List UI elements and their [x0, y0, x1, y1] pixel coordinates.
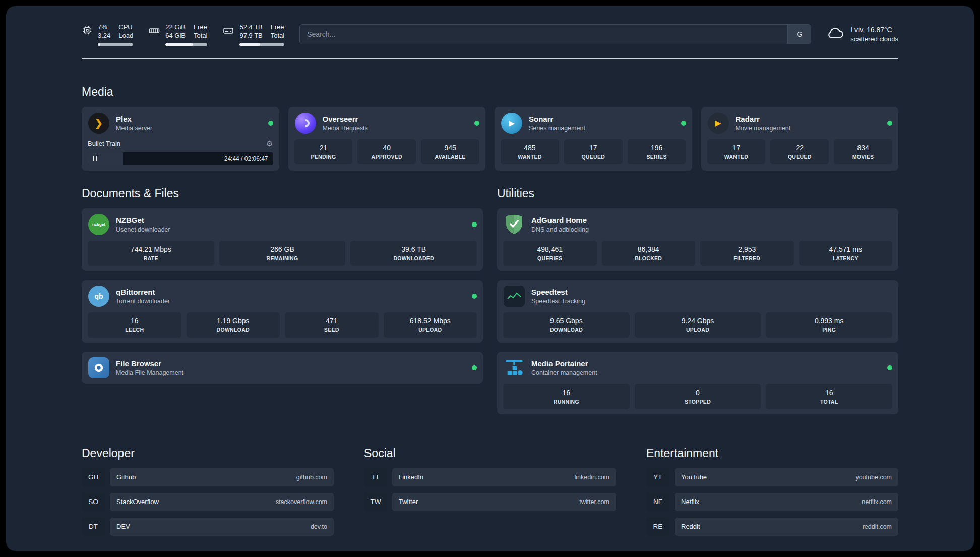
disk-label-total: Total: [271, 32, 284, 40]
ram-icon: [148, 25, 160, 39]
stat-value: 16: [131, 317, 139, 325]
bookmark-abbr: LI: [364, 468, 387, 486]
sonarr-icon: ▶: [501, 112, 523, 134]
card-portainer[interactable]: Media Portainer Container management 16R…: [497, 352, 898, 414]
status-dot-radarr: [887, 121, 892, 126]
stat-value: 498,461: [537, 245, 563, 253]
stat-value: 2,953: [738, 245, 756, 253]
card-nzbget[interactable]: nzbget NZBGet Usenet downloader 744.21 M…: [82, 208, 483, 271]
bookmark-abbr: GH: [82, 468, 105, 486]
bookmark-stackoverflow: SO StackOverflowstackoverflow.com: [82, 493, 334, 511]
stat-value: 17: [589, 144, 597, 152]
bookmarks-social: Social LI LinkedInlinkedin.com TW Twitte…: [364, 447, 616, 542]
app-name-sonarr: Sonarr: [529, 115, 675, 123]
filebrowser-icon: [88, 357, 110, 379]
bookmark-link[interactable]: Githubgithub.com: [110, 468, 334, 486]
bookmark-twitter: TW Twittertwitter.com: [364, 493, 616, 511]
section-utilities: Utilities AdGuard Home DNS and adblockin…: [497, 187, 898, 414]
stat-tile: 16LEECH: [88, 312, 181, 338]
ram-bar: [165, 43, 207, 46]
stat-label: STOPPED: [685, 399, 711, 405]
disk-label-free: Free: [271, 23, 284, 32]
bookmark-abbr: TW: [364, 493, 387, 511]
stat-value: 0: [696, 388, 700, 397]
stat-tile: 266 GBREMAINING: [219, 241, 346, 266]
stat-label: LATENCY: [833, 255, 859, 261]
bookmark-link[interactable]: DEVdev.to: [110, 518, 334, 536]
app-subtitle-filebrowser: Media File Management: [116, 369, 466, 376]
cpu-chip-icon: [82, 25, 93, 38]
stat-tile: 618.52 MbpsUPLOAD: [384, 312, 477, 338]
card-qbittorrent[interactable]: qb qBittorrent Torrent downloader 16LEEC…: [82, 280, 483, 343]
top-bar: 7%3.24 CPULoad 22 GiB64 GiB FreeTotal: [82, 6, 898, 46]
stat-label: PENDING: [311, 154, 336, 160]
app-subtitle-portainer: Container management: [531, 369, 881, 376]
bookmark-link[interactable]: StackOverflowstackoverflow.com: [110, 493, 334, 511]
stat-tile: 485WANTED: [501, 139, 559, 164]
card-adguard[interactable]: AdGuard Home DNS and adblocking 498,461Q…: [497, 208, 898, 271]
stat-value: 485: [524, 144, 535, 152]
card-plex[interactable]: ❯ Plex Media server Bullet Train ⚙: [82, 107, 279, 171]
card-filebrowser[interactable]: File Browser Media File Management: [82, 352, 483, 384]
bookmark-link[interactable]: YouTubeyoutube.com: [675, 468, 898, 486]
pause-icon[interactable]: [93, 156, 97, 161]
section-title-documents: Documents & Files: [82, 187, 483, 200]
status-dot-overseerr: [474, 121, 479, 126]
stat-label: BLOCKED: [635, 255, 662, 261]
app-subtitle-radarr: Movie management: [736, 125, 882, 132]
bookmark-link[interactable]: Netflixnetflix.com: [675, 493, 898, 511]
stat-tile: 17WANTED: [707, 139, 766, 164]
bookmark-youtube: YT YouTubeyoutube.com: [646, 468, 898, 486]
bookmark-link[interactable]: Redditreddit.com: [675, 518, 898, 536]
stat-tile: 2,953FILTERED: [700, 241, 794, 266]
bookmark-abbr: YT: [646, 468, 669, 486]
section-media: Media ❯ Plex Media server Bullet Train: [82, 85, 898, 171]
search-engine-button[interactable]: G: [787, 25, 811, 44]
stat-label: FILTERED: [733, 255, 760, 261]
bookmark-link[interactable]: LinkedInlinkedin.com: [392, 468, 616, 486]
app-name-portainer: Media Portainer: [531, 359, 881, 368]
card-radarr[interactable]: ▶ Radarr Movie management 17WANTED 22QUE…: [701, 107, 899, 171]
card-overseerr[interactable]: Overseerr Media Requests 21PENDING 40APP…: [288, 107, 486, 171]
plex-player-seekbar[interactable]: 24:44 / 02:06:47: [88, 152, 273, 165]
stat-value: 47.571 ms: [829, 245, 862, 253]
stat-value: 86,384: [638, 245, 659, 253]
speedtest-graph-icon: [503, 285, 525, 307]
adguard-shield-icon: [503, 213, 525, 236]
stat-label: PING: [822, 327, 836, 333]
bookmark-netflix: NF Netflixnetflix.com: [646, 493, 898, 511]
bookmark-link[interactable]: Twittertwitter.com: [392, 493, 616, 511]
card-speedtest[interactable]: Speedtest Speedtest Tracking 9.65 GbpsDO…: [497, 280, 898, 343]
search-input[interactable]: [300, 25, 787, 44]
cpu-percent: 7%: [98, 23, 110, 32]
stat-value: 834: [857, 144, 869, 152]
app-name-radarr: Radarr: [736, 115, 882, 123]
stat-label: UPLOAD: [686, 327, 709, 333]
app-subtitle-qbittorrent: Torrent downloader: [116, 298, 466, 305]
cpu-load-value: 3.24: [98, 32, 110, 40]
stat-value: 17: [732, 144, 741, 152]
stat-value: 16: [825, 388, 833, 397]
stat-value: 9.65 Gbps: [550, 317, 583, 325]
stat-label: QUEUED: [581, 154, 605, 160]
radarr-icon: ▶: [707, 112, 729, 134]
stat-tile: 196SERIES: [628, 139, 686, 164]
app-name-adguard: AdGuard Home: [531, 216, 892, 225]
ram-widget: 22 GiB64 GiB FreeTotal: [148, 23, 207, 46]
stat-label: REMAINING: [267, 255, 298, 261]
gear-icon[interactable]: ⚙: [266, 139, 273, 148]
cpu-label-2: Load: [118, 32, 133, 40]
stat-label: DOWNLOAD: [550, 327, 583, 333]
plex-icon: ❯: [88, 112, 110, 134]
bookmark-github: GH Githubgithub.com: [82, 468, 334, 486]
card-sonarr[interactable]: ▶ Sonarr Series management 485WANTED 17Q…: [495, 107, 692, 171]
stat-value: 744.21 Mbps: [131, 245, 171, 253]
dashboard: 7%3.24 CPULoad 22 GiB64 GiB FreeTotal: [6, 6, 974, 551]
bookmarks-developer: Developer GH Githubgithub.com SO StackOv…: [82, 447, 334, 542]
app-subtitle-overseerr: Media Requests: [323, 125, 469, 132]
section-title-media: Media: [82, 85, 898, 99]
portainer-crane-icon: [503, 357, 525, 379]
ram-total-value: 64 GiB: [165, 32, 186, 40]
disk-widget: 52.4 TB97.9 TB FreeTotal: [222, 23, 284, 46]
weather-condition: scattered clouds: [850, 35, 898, 44]
